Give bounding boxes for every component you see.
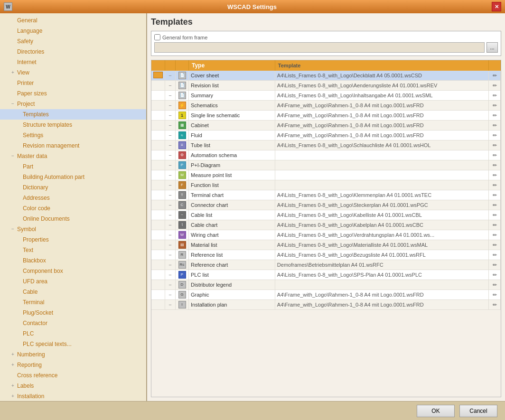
table-row[interactable]: −▦CabinetA4\Frame_with_Logo\Rahmen-1_0-8… (151, 121, 501, 131)
cancel-button[interactable]: Cancel (459, 405, 497, 417)
sidebar-item-directories[interactable]: Directories (0, 47, 146, 57)
row-collapse-btn[interactable]: − (165, 91, 176, 101)
row-edit-btn[interactable]: ✏ (489, 250, 501, 260)
sidebar-item-reporting[interactable]: +Reporting (0, 360, 146, 370)
table-row[interactable]: −▤Material listA4\Lists_Frames 0-8_with_… (151, 240, 501, 250)
sidebar-item-cross-reference[interactable]: Cross reference (0, 370, 146, 381)
row-edit-btn[interactable]: ✏ (489, 131, 501, 140)
row-edit-btn[interactable]: ✏ (489, 150, 501, 160)
sidebar-item-safety[interactable]: Safety (0, 36, 146, 47)
sidebar-item-labels[interactable]: +Labels (0, 381, 146, 391)
sidebar-item-cable[interactable]: Cable (0, 287, 146, 297)
row-edit-btn[interactable]: ✏ (489, 260, 501, 270)
sidebar-item-project[interactable]: −Project (0, 99, 146, 109)
browse-button[interactable]: ... (486, 42, 498, 53)
table-row[interactable]: −~Cable listA4\Lists_Frames 0-8_with_Log… (151, 210, 501, 220)
sidebar-item-part[interactable]: Part (0, 161, 146, 172)
row-collapse-btn[interactable]: − (165, 290, 176, 300)
sidebar-item-master-data[interactable]: −Master data (0, 151, 146, 161)
row-collapse-btn[interactable]: − (165, 260, 176, 270)
row-collapse-btn[interactable]: − (165, 200, 176, 210)
sidebar-item-language[interactable]: Language (0, 26, 146, 36)
table-row[interactable]: −RcReference chartDemoframes\Betriebsmit… (151, 260, 501, 270)
row-collapse-btn[interactable]: − (165, 180, 176, 190)
row-edit-btn[interactable]: ✏ (489, 180, 501, 190)
sidebar-item-installation[interactable]: +Installation (0, 391, 146, 401)
table-row[interactable]: −📄Revision listA4\Lists_Frames 0-8_with_… (151, 81, 501, 91)
table-row[interactable]: −⌇Cable chartA4\Lists_Frames 0-8_with_Lo… (151, 220, 501, 230)
row-collapse-btn[interactable]: − (165, 210, 176, 220)
sidebar-item-text[interactable]: Text (0, 245, 146, 255)
table-row[interactable]: −⚡SchematicsA4\Frame_with_Logo\Rahmen-1_… (151, 101, 501, 111)
sidebar-item-structure-templates[interactable]: Structure templates (0, 120, 146, 130)
row-edit-btn[interactable]: ✏ (489, 71, 501, 81)
path-input[interactable] (154, 42, 485, 53)
sidebar-item-paper-sizes[interactable]: Paper sizes (0, 88, 146, 99)
row-collapse-btn[interactable]: − (165, 140, 176, 150)
row-edit-btn[interactable]: ✏ (489, 170, 501, 180)
table-row[interactable]: −PPLC listA4\Lists_Frames 0-8_with_Logo\… (151, 270, 501, 280)
ok-button[interactable]: OK (417, 405, 455, 417)
row-collapse-btn[interactable]: − (165, 170, 176, 180)
row-edit-btn[interactable]: ✏ (489, 230, 501, 240)
table-row[interactable]: −DDistributor legend✏ (151, 280, 501, 290)
table-row[interactable]: −📄Cover sheetA4\Lists_Frames 0-8_with_Lo… (151, 71, 501, 81)
row-edit-btn[interactable]: ✏ (489, 160, 501, 170)
row-edit-btn[interactable]: ✏ (489, 290, 501, 300)
row-edit-btn[interactable]: ✏ (489, 190, 501, 200)
sidebar-item-view[interactable]: +View (0, 67, 146, 78)
row-collapse-btn[interactable]: − (165, 131, 176, 140)
row-collapse-btn[interactable]: − (165, 81, 176, 91)
row-edit-btn[interactable]: ✏ (489, 121, 501, 131)
row-collapse-btn[interactable]: − (165, 220, 176, 230)
row-collapse-btn[interactable]: − (165, 240, 176, 250)
close-button[interactable]: ✕ (492, 2, 501, 11)
row-collapse-btn[interactable]: − (165, 270, 176, 280)
row-collapse-btn[interactable]: − (165, 280, 176, 290)
table-row[interactable]: −WWiring chartA4\Lists_Frames 0-8_with_L… (151, 230, 501, 240)
sidebar-item-templates[interactable]: Templates (0, 109, 146, 120)
table-row[interactable]: −1Single line schematicA4\Frame_with_Log… (151, 111, 501, 121)
row-collapse-btn[interactable]: − (165, 190, 176, 200)
row-edit-btn[interactable]: ✏ (489, 240, 501, 250)
sidebar-item-plug-socket[interactable]: Plug/Socket (0, 308, 146, 318)
row-collapse-btn[interactable]: − (165, 300, 176, 310)
sidebar-item-plc[interactable]: PLC (0, 328, 146, 339)
general-form-frame-checkbox[interactable] (154, 34, 160, 40)
row-edit-btn[interactable]: ✏ (489, 81, 501, 91)
table-row[interactable]: −TTerminal chartA4\Lists_Frames 0-8_with… (151, 190, 501, 200)
table-row[interactable]: −📄SummaryA4\Lists_Frames 0-8_with_Logo\I… (151, 91, 501, 101)
row-edit-btn[interactable]: ✏ (489, 140, 501, 150)
row-collapse-btn[interactable]: − (165, 111, 176, 121)
table-row[interactable]: −≈FluidA4\Frame_with_Logo\Rahmen-1_0-8 A… (151, 131, 501, 140)
sidebar-item-properties[interactable]: Properties (0, 234, 146, 245)
row-edit-btn[interactable]: ✏ (489, 200, 501, 210)
sidebar-item-printer[interactable]: Printer (0, 78, 146, 88)
table-row[interactable]: −IInstallation planA4\Frame_with_Logo\Ra… (151, 300, 501, 310)
sidebar-item-plc-special-texts[interactable]: PLC special texts... (0, 339, 146, 349)
sidebar-item-addresses[interactable]: Addresses (0, 193, 146, 203)
row-edit-btn[interactable]: ✏ (489, 280, 501, 290)
row-collapse-btn[interactable]: − (165, 71, 176, 81)
table-row[interactable]: −GGraphicA4\Frame_with_Logo\Rahmen-1_0-8… (151, 290, 501, 300)
sidebar-item-online-documents[interactable]: Online Documents (0, 214, 146, 224)
row-edit-btn[interactable]: ✏ (489, 111, 501, 121)
sidebar-item-settings[interactable]: Settings (0, 130, 146, 140)
table-row[interactable]: −RReference listA4\Lists_Frames 0-8_with… (151, 250, 501, 260)
sidebar-item-terminal[interactable]: Terminal (0, 297, 146, 308)
row-edit-btn[interactable]: ✏ (489, 210, 501, 220)
sidebar-item-color-code[interactable]: Color code (0, 203, 146, 214)
sidebar-item-contactor[interactable]: Contactor (0, 318, 146, 328)
row-edit-btn[interactable]: ✏ (489, 101, 501, 111)
sidebar-item-building-automation-part[interactable]: Building Automation part (0, 172, 146, 182)
table-row[interactable]: −⚙Automation schema✏ (151, 150, 501, 160)
row-collapse-btn[interactable]: − (165, 250, 176, 260)
row-collapse-btn[interactable]: − (165, 150, 176, 160)
sidebar-item-ufd-area[interactable]: UFD area (0, 276, 146, 287)
sidebar-item-revision-management[interactable]: Revision management (0, 140, 146, 151)
sidebar-item-dictionary[interactable]: Dictionary (0, 182, 146, 193)
row-collapse-btn[interactable]: − (165, 101, 176, 111)
table-row[interactable]: −MMeasure point list✏ (151, 170, 501, 180)
row-collapse-btn[interactable]: − (165, 121, 176, 131)
sidebar-item-component-box[interactable]: Component box (0, 266, 146, 276)
